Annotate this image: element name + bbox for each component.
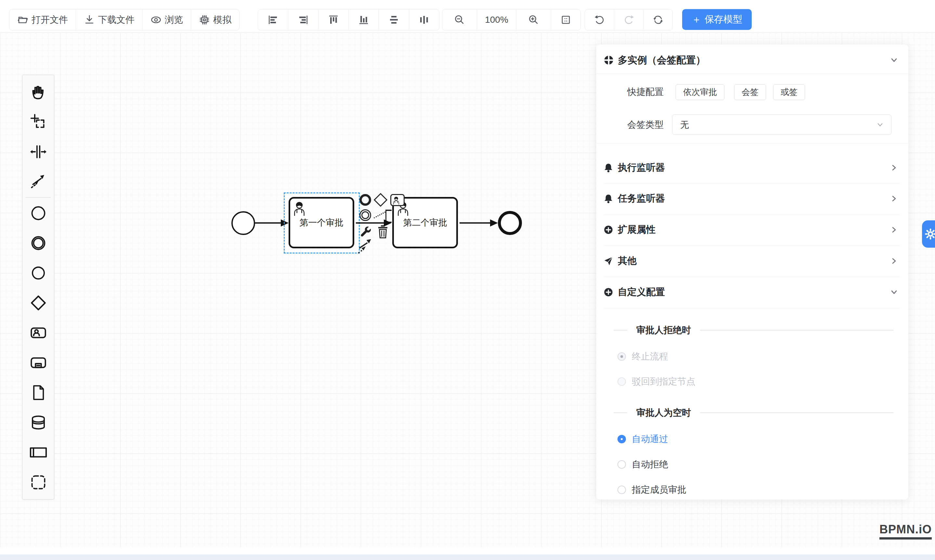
download-file-button[interactable]: 下载文件	[76, 9, 143, 30]
section-task-listener[interactable]: 任务监听器	[597, 189, 908, 208]
bpmn-io-watermark[interactable]: BPMN.iO	[880, 523, 932, 540]
panel-header[interactable]: 多实例（会签配置）	[597, 51, 908, 69]
create-group[interactable]	[22, 468, 54, 497]
create-start-event[interactable]	[22, 198, 54, 228]
fit-viewport-icon	[560, 14, 571, 25]
empty-group-title-row: 审批人为空时	[597, 404, 908, 422]
create-user-task[interactable]	[22, 318, 54, 348]
simulate-button[interactable]: 模拟	[191, 9, 239, 30]
append-end-event-button[interactable]	[360, 194, 371, 206]
open-file-button[interactable]: 打开文件	[9, 9, 76, 30]
section-execution-listener[interactable]: 执行监听器	[597, 158, 908, 177]
sequence-flow-3[interactable]	[460, 222, 491, 224]
undo-button[interactable]	[585, 9, 614, 30]
radio-button[interactable]	[617, 460, 626, 469]
global-connect-tool[interactable]	[22, 167, 54, 197]
chevron-down-icon	[889, 55, 899, 65]
radio-auto-pass[interactable]: 自动通过	[597, 430, 908, 448]
section-other[interactable]: 其他	[597, 252, 908, 270]
download-file-label: 下载文件	[98, 14, 135, 26]
align-top-button[interactable]	[318, 9, 349, 30]
refresh-button[interactable]	[643, 9, 672, 30]
section-label: 自定义配置	[618, 286, 665, 299]
align-right-button[interactable]	[288, 9, 318, 30]
sequence-flow-2[interactable]	[356, 222, 384, 224]
sequence-flow-1[interactable]	[255, 222, 282, 224]
trash-icon[interactable]	[377, 225, 389, 238]
end-event-shape[interactable]	[498, 211, 522, 235]
palette-separator	[26, 197, 51, 198]
space-tool[interactable]	[22, 137, 54, 167]
wrench-icon[interactable]	[358, 226, 372, 238]
distribute-horizontal-button[interactable]	[409, 9, 439, 30]
sequence-flow-3-arrowhead	[490, 219, 498, 226]
radio-label: 自动通过	[632, 433, 668, 445]
gear-icon	[924, 228, 935, 240]
zoom-in-button[interactable]	[517, 9, 551, 30]
connect-tool-icon[interactable]	[357, 238, 374, 254]
bpmn-modeler-app: 打开文件 下载文件 浏览 模	[0, 0, 935, 560]
start-event-shape[interactable]	[231, 211, 255, 235]
chip-icon	[199, 14, 210, 25]
plus-circle-icon	[603, 225, 613, 235]
fit-viewport-button[interactable]	[551, 9, 580, 30]
radio-button[interactable]	[617, 435, 626, 443]
file-toolbar-group: 打开文件 下载文件 浏览 模	[9, 9, 240, 31]
preview-button[interactable]: 浏览	[143, 9, 191, 30]
create-subprocess[interactable]	[22, 348, 54, 378]
quick-option-sequential[interactable]: 依次审批	[676, 84, 724, 100]
bpmn-io-logo-text: BPMN.iO	[880, 523, 932, 536]
sign-type-select[interactable]: 无	[672, 114, 892, 135]
create-gateway[interactable]	[22, 288, 54, 318]
user-icon	[294, 201, 305, 216]
element-palette	[22, 75, 54, 500]
hand-tool[interactable]	[22, 77, 54, 107]
lasso-tool[interactable]	[22, 107, 54, 137]
reject-group-title: 审批人拒绝时	[636, 324, 691, 336]
radio-auto-reject[interactable]: 自动拒绝	[597, 455, 908, 474]
bell-icon	[603, 163, 613, 172]
section-label: 扩展属性	[618, 223, 655, 236]
horizontal-scrollbar[interactable]	[0, 554, 935, 560]
radio-button[interactable]	[617, 486, 626, 494]
panel-title: 多实例（会签配置）	[618, 54, 706, 67]
divider	[604, 245, 900, 246]
create-intermediate-event[interactable]	[22, 228, 54, 258]
radio-button	[617, 352, 626, 361]
create-data-store[interactable]	[22, 408, 54, 437]
quick-option-orsign[interactable]: 或签	[773, 84, 805, 100]
distribute-horizontal-icon	[419, 15, 429, 25]
section-extended-properties[interactable]: 扩展属性	[597, 221, 908, 239]
align-bottom-button[interactable]	[349, 9, 379, 30]
radio-label: 驳回到指定节点	[632, 375, 695, 388]
chevron-right-icon	[889, 163, 899, 173]
refresh-icon	[653, 14, 664, 25]
create-data-object[interactable]	[22, 378, 54, 408]
bell-icon	[603, 194, 613, 203]
task-first-approval[interactable]: 第一个审批	[289, 197, 354, 248]
distribute-vertical-button[interactable]	[379, 9, 409, 30]
create-end-event[interactable]	[22, 258, 54, 288]
quick-option-countersign[interactable]: 会签	[734, 84, 766, 100]
preview-label: 浏览	[165, 14, 183, 26]
save-model-button[interactable]: ＋ 保存模型	[682, 9, 752, 30]
zoom-level-indicator[interactable]: 100%	[477, 9, 517, 30]
append-intermediate-event-button[interactable]	[360, 209, 371, 221]
section-custom-config[interactable]: 自定义配置	[597, 283, 908, 301]
global-connect-icon	[30, 174, 46, 190]
radio-assign-member[interactable]: 指定成员审批	[597, 481, 908, 499]
radio-label: 自动拒绝	[632, 458, 668, 471]
settings-tab[interactable]	[922, 220, 935, 248]
redo-button[interactable]	[614, 9, 643, 30]
create-participant-pool[interactable]	[22, 437, 54, 468]
zoom-out-button[interactable]	[442, 9, 477, 30]
history-toolbar-group	[585, 9, 673, 31]
append-user-task-button[interactable]	[390, 194, 404, 206]
section-label: 执行监听器	[618, 161, 665, 174]
gateway-icon	[29, 294, 47, 312]
intermediate-event-icon	[30, 235, 46, 251]
eye-icon	[151, 14, 161, 25]
task-first-approval-label: 第一个审批	[300, 217, 343, 228]
divider	[597, 74, 908, 74]
align-left-button[interactable]	[258, 9, 288, 30]
